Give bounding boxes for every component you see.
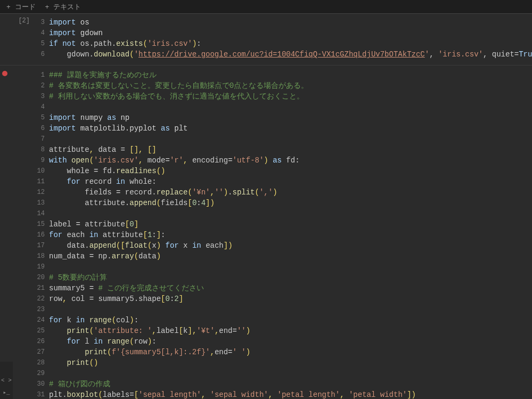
code-content[interactable]: import matplotlib.pyplot as plt (49, 123, 532, 134)
code-line[interactable]: 3import os (35, 17, 532, 28)
code-line[interactable]: 13 attribute.append(fields[0:4]) (35, 198, 532, 208)
code-line[interactable]: 24for k in range(col): (35, 315, 532, 325)
line-number: 13 (35, 198, 49, 208)
code-content[interactable]: for k in range(col): (49, 315, 532, 325)
code-line[interactable]: 29 (35, 368, 532, 379)
code-content[interactable]: if not os.path.exists('iris.csv'): (49, 38, 532, 49)
line-number: 20 (35, 272, 49, 283)
code-content[interactable]: attribute, data = [], [] (49, 144, 532, 155)
code-line[interactable]: 26 for l in range(row): (35, 336, 532, 347)
code-content[interactable]: for record in whole: (49, 176, 532, 187)
code-content[interactable]: with open('iris.csv', mode='r', encoding… (49, 155, 532, 166)
code-line[interactable]: 8attribute, data = [], [] (35, 144, 532, 155)
code-line[interactable]: 2# 各変数名は変更しないこと。変更したら自動採点で0点となる場合がある。 (35, 80, 532, 91)
code-content[interactable] (49, 304, 532, 315)
code-content[interactable]: print(f'{summary5[l,k]:.2f}',end=' ') (49, 347, 532, 357)
line-number: 15 (35, 219, 49, 230)
code-line[interactable]: 27 print(f'{summary5[l,k]:.2f}',end=' ') (35, 347, 532, 357)
code-line[interactable]: 6 gdown.download('https://drive.google.c… (35, 49, 532, 60)
code-content[interactable]: gdown.download('https://drive.google.com… (49, 49, 532, 60)
code-content[interactable]: num_data = np.array(data) (49, 251, 532, 262)
code-line[interactable]: 21summary5 = # この行を完成させてください (35, 283, 532, 294)
code-content[interactable] (49, 134, 532, 144)
code-line[interactable]: 18num_data = np.array(data) (35, 251, 532, 262)
code-line[interactable]: 11 for record in whole: (35, 176, 532, 187)
cell-body[interactable]: 1### 課題を実施するためのセル2# 各変数名は変更しないこと。変更したら自動… (35, 70, 532, 399)
code-cell-2[interactable]: 1### 課題を実施するためのセル2# 各変数名は変更しないこと。変更したら自動… (0, 65, 532, 399)
code-line[interactable]: 1### 課題を実施するためのセル (35, 70, 532, 80)
code-line[interactable]: 22row, col = summary5.shape[0:2] (35, 294, 532, 304)
line-number: 25 (35, 325, 49, 336)
code-cell-1[interactable]: [2] 3import os4import gdown5if not os.pa… (0, 14, 532, 63)
error-indicator-icon (2, 71, 7, 76)
code-line[interactable]: 4 (35, 102, 532, 112)
code-content[interactable] (49, 262, 532, 272)
code-content[interactable]: print('attribute: ',label[k],'¥t',end=''… (49, 325, 532, 336)
code-line[interactable]: 5if not os.path.exists('iris.csv'): (35, 38, 532, 49)
code-content[interactable]: # 利用しない変数がある場合でも、消さずに適当な値を代入しておくこと。 (49, 91, 532, 102)
code-content[interactable] (49, 368, 532, 379)
line-number: 8 (35, 144, 49, 155)
code-line[interactable]: 20# 5数要約の計算 (35, 272, 532, 283)
code-line[interactable]: 7 (35, 134, 532, 144)
terminal-icon[interactable]: ▸_ (3, 389, 10, 396)
code-content[interactable]: import os (49, 17, 532, 28)
code-content[interactable]: whole = fd.readlines() (49, 166, 532, 176)
line-number: 3 (35, 91, 49, 102)
code-line[interactable]: 14 (35, 208, 532, 219)
code-line[interactable]: 15label = attribute[0] (35, 219, 532, 230)
cell-prompt (16, 70, 35, 399)
add-code-button[interactable]: + コード (6, 2, 36, 12)
code-content[interactable]: for each in attribute[1:]: (49, 230, 532, 240)
code-line[interactable]: 6import matplotlib.pyplot as plt (35, 123, 532, 134)
line-number: 23 (35, 304, 49, 315)
cell-body[interactable]: 3import os4import gdown5if not os.path.e… (35, 17, 532, 60)
code-line[interactable]: 19 (35, 262, 532, 272)
code-content[interactable]: import numpy as np (49, 112, 532, 123)
code-content[interactable] (49, 102, 532, 112)
line-number: 19 (35, 262, 49, 272)
code-content[interactable]: data.append([float(x) for x in each]) (49, 240, 532, 251)
code-content[interactable]: # 箱ひげ図の作成 (49, 379, 532, 389)
line-number: 28 (35, 357, 49, 368)
line-number: 30 (35, 379, 49, 389)
line-number: 11 (35, 176, 49, 187)
code-content[interactable]: # 各変数名は変更しないこと。変更したら自動採点で0点となる場合がある。 (49, 80, 532, 91)
code-line[interactable]: 30# 箱ひげ図の作成 (35, 379, 532, 389)
code-line[interactable]: 12 fields = record.replace('¥n','').spli… (35, 187, 532, 198)
code-content[interactable]: fields = record.replace('¥n','').split('… (49, 187, 532, 198)
code-line[interactable]: 31plt.boxplot(labels=['sepal length', 's… (35, 389, 532, 399)
code-line[interactable]: 25 print('attribute: ',label[k],'¥t',end… (35, 325, 532, 336)
code-line[interactable]: 17 data.append([float(x) for x in each]) (35, 240, 532, 251)
code-content[interactable]: for l in range(row): (49, 336, 532, 347)
line-number: 26 (35, 336, 49, 347)
code-line[interactable]: 10 whole = fd.readlines() (35, 166, 532, 176)
code-line[interactable]: 4import gdown (35, 28, 532, 38)
code-content[interactable]: attribute.append(fields[0:4]) (49, 198, 532, 208)
code-content[interactable]: label = attribute[0] (49, 219, 532, 230)
line-number: 31 (35, 389, 49, 399)
code-line[interactable]: 28 print() (35, 357, 532, 368)
code-content[interactable]: plt.boxplot(labels=['sepal length', 'sep… (49, 389, 532, 399)
code-content[interactable]: # 5数要約の計算 (49, 272, 532, 283)
line-number: 12 (35, 187, 49, 198)
code-line[interactable]: 16for each in attribute[1:]: (35, 230, 532, 240)
code-line[interactable]: 5import numpy as np (35, 112, 532, 123)
code-content[interactable]: summary5 = # この行を完成させてください (49, 283, 532, 294)
line-number: 10 (35, 166, 49, 176)
code-content[interactable] (49, 208, 532, 219)
code-icon[interactable]: < > (1, 377, 12, 384)
code-line[interactable]: 23 (35, 304, 532, 315)
code-content[interactable]: print() (49, 357, 532, 368)
line-number: 6 (35, 123, 49, 134)
left-sidebar: < > ▸_ (0, 362, 13, 399)
line-number: 3 (35, 17, 49, 28)
code-line[interactable]: 9with open('iris.csv', mode='r', encodin… (35, 155, 532, 166)
code-line[interactable]: 3# 利用しない変数がある場合でも、消さずに適当な値を代入しておくこと。 (35, 91, 532, 102)
cell-prompt: [2] (16, 17, 35, 60)
code-content[interactable]: ### 課題を実施するためのセル (49, 70, 532, 80)
code-content[interactable]: import gdown (49, 28, 532, 38)
code-content[interactable]: row, col = summary5.shape[0:2] (49, 294, 532, 304)
notebook-toolbar: + コード + テキスト (0, 0, 532, 14)
add-text-button[interactable]: + テキスト (45, 2, 81, 12)
